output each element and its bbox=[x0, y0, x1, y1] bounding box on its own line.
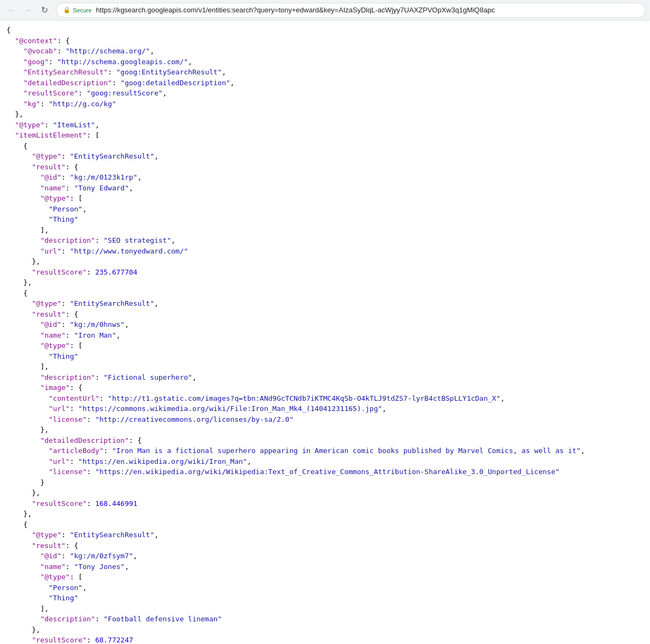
secure-label: Secure bbox=[73, 7, 92, 13]
browser-chrome: ← → ↻ 🔒 Secure https://kgsearch.googleap… bbox=[0, 0, 650, 20]
content-area: { "@context": { "@vocab": "http://schema… bbox=[0, 20, 650, 644]
lock-icon: 🔒 bbox=[63, 6, 71, 13]
json-output: { "@context": { "@vocab": "http://schema… bbox=[6, 25, 644, 644]
address-text: https://kgsearch.googleapis.com/v1/entit… bbox=[96, 6, 495, 14]
back-button[interactable]: ← bbox=[4, 3, 19, 18]
secure-badge: 🔒 Secure bbox=[63, 6, 92, 13]
address-bar[interactable]: 🔒 Secure https://kgsearch.googleapis.com… bbox=[56, 3, 646, 18]
nav-buttons: ← → ↻ bbox=[4, 3, 52, 18]
forward-button[interactable]: → bbox=[20, 3, 36, 18]
reload-button[interactable]: ↻ bbox=[37, 3, 52, 18]
